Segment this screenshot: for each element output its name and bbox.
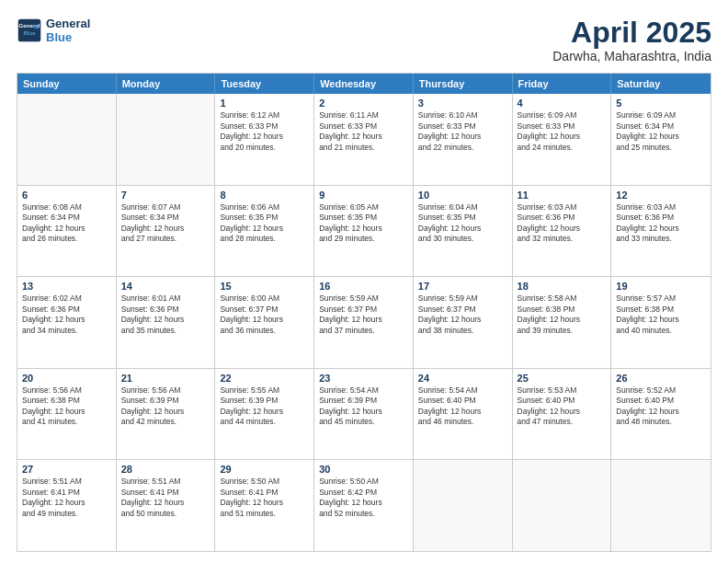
logo-icon: General Blue	[17, 17, 42, 43]
cell-info: Sunrise: 5:50 AMSunset: 6:41 PMDaylight:…	[220, 477, 309, 519]
cell-info: Sunrise: 6:05 AMSunset: 6:35 PMDaylight:…	[319, 202, 408, 245]
day-number: 27	[22, 464, 111, 475]
calendar-cell: 20Sunrise: 5:56 AMSunset: 6:38 PMDayligh…	[17, 369, 117, 460]
day-number: 15	[220, 281, 309, 292]
cell-info: Sunrise: 6:04 AMSunset: 6:35 PMDaylight:…	[418, 202, 507, 245]
cell-info: Sunrise: 5:56 AMSunset: 6:38 PMDaylight:…	[22, 385, 111, 428]
cell-info: Sunrise: 6:03 AMSunset: 6:36 PMDaylight:…	[518, 202, 607, 245]
calendar-cell: 29Sunrise: 5:50 AMSunset: 6:41 PMDayligh…	[215, 460, 314, 551]
day-number: 13	[22, 281, 111, 292]
day-number: 23	[319, 373, 408, 384]
day-number: 21	[121, 373, 210, 384]
day-header-monday: Monday	[117, 74, 216, 94]
cell-info: Sunrise: 6:03 AMSunset: 6:36 PMDaylight:…	[616, 202, 706, 245]
calendar-cell	[611, 460, 711, 551]
cell-info: Sunrise: 6:09 AMSunset: 6:34 PMDaylight:…	[616, 110, 706, 153]
day-number: 7	[121, 190, 210, 201]
cell-info: Sunrise: 5:53 AMSunset: 6:40 PMDaylight:…	[518, 385, 607, 428]
calendar-week-3: 13Sunrise: 6:02 AMSunset: 6:36 PMDayligh…	[17, 277, 711, 369]
day-number: 9	[319, 190, 408, 201]
day-header-sunday: Sunday	[17, 74, 117, 94]
cell-info: Sunrise: 5:50 AMSunset: 6:42 PMDaylight:…	[319, 477, 408, 519]
calendar-cell: 21Sunrise: 5:56 AMSunset: 6:39 PMDayligh…	[117, 369, 216, 460]
cell-info: Sunrise: 6:08 AMSunset: 6:34 PMDaylight:…	[22, 202, 111, 245]
day-number: 24	[418, 373, 507, 384]
day-header-saturday: Saturday	[611, 74, 711, 94]
calendar-cell	[117, 94, 216, 185]
calendar-cell	[513, 460, 612, 551]
calendar-week-2: 6Sunrise: 6:08 AMSunset: 6:34 PMDaylight…	[17, 186, 711, 278]
calendar-cell: 7Sunrise: 6:07 AMSunset: 6:34 PMDaylight…	[117, 186, 216, 277]
day-number: 12	[616, 190, 706, 201]
cell-info: Sunrise: 5:54 AMSunset: 6:40 PMDaylight:…	[418, 385, 507, 428]
cell-info: Sunrise: 6:10 AMSunset: 6:33 PMDaylight:…	[418, 110, 507, 153]
calendar-cell: 4Sunrise: 6:09 AMSunset: 6:33 PMDaylight…	[513, 94, 612, 185]
calendar-cell: 13Sunrise: 6:02 AMSunset: 6:36 PMDayligh…	[17, 277, 117, 368]
day-header-friday: Friday	[513, 74, 612, 94]
cell-info: Sunrise: 6:12 AMSunset: 6:33 PMDaylight:…	[220, 110, 309, 153]
day-number: 14	[121, 281, 210, 292]
calendar-header: SundayMondayTuesdayWednesdayThursdayFrid…	[17, 74, 711, 94]
day-number: 30	[319, 464, 408, 475]
calendar-cell: 9Sunrise: 6:05 AMSunset: 6:35 PMDaylight…	[314, 186, 414, 277]
cell-info: Sunrise: 6:01 AMSunset: 6:36 PMDaylight:…	[121, 293, 210, 336]
calendar-cell: 1Sunrise: 6:12 AMSunset: 6:33 PMDaylight…	[215, 94, 314, 185]
day-header-tuesday: Tuesday	[215, 74, 314, 94]
day-number: 16	[319, 281, 408, 292]
calendar-cell: 25Sunrise: 5:53 AMSunset: 6:40 PMDayligh…	[513, 369, 612, 460]
day-number: 17	[418, 281, 507, 292]
calendar-cell: 27Sunrise: 5:51 AMSunset: 6:41 PMDayligh…	[17, 460, 117, 551]
cell-info: Sunrise: 5:54 AMSunset: 6:39 PMDaylight:…	[319, 385, 408, 428]
header: General Blue General Blue April 2025 Dar…	[17, 17, 711, 63]
day-number: 11	[518, 190, 607, 201]
calendar-cell: 14Sunrise: 6:01 AMSunset: 6:36 PMDayligh…	[117, 277, 216, 368]
calendar-cell: 30Sunrise: 5:50 AMSunset: 6:42 PMDayligh…	[314, 460, 414, 551]
cell-info: Sunrise: 6:09 AMSunset: 6:33 PMDaylight:…	[518, 110, 607, 153]
cell-info: Sunrise: 6:02 AMSunset: 6:36 PMDaylight:…	[22, 293, 111, 336]
svg-text:Blue: Blue	[23, 29, 36, 36]
calendar-cell: 22Sunrise: 5:55 AMSunset: 6:39 PMDayligh…	[215, 369, 314, 460]
calendar-cell: 28Sunrise: 5:51 AMSunset: 6:41 PMDayligh…	[117, 460, 216, 551]
calendar-cell: 18Sunrise: 5:58 AMSunset: 6:38 PMDayligh…	[513, 277, 612, 368]
day-number: 4	[518, 98, 607, 109]
logo: General Blue General Blue	[17, 17, 90, 44]
day-number: 18	[518, 281, 607, 292]
calendar-cell: 5Sunrise: 6:09 AMSunset: 6:34 PMDaylight…	[611, 94, 711, 185]
day-number: 6	[22, 190, 111, 201]
day-number: 28	[121, 464, 210, 475]
calendar-cell: 24Sunrise: 5:54 AMSunset: 6:40 PMDayligh…	[414, 369, 513, 460]
calendar-week-1: 1Sunrise: 6:12 AMSunset: 6:33 PMDaylight…	[17, 94, 711, 186]
cell-info: Sunrise: 5:55 AMSunset: 6:39 PMDaylight:…	[220, 385, 309, 428]
calendar-week-4: 20Sunrise: 5:56 AMSunset: 6:38 PMDayligh…	[17, 369, 711, 461]
calendar-cell: 23Sunrise: 5:54 AMSunset: 6:39 PMDayligh…	[314, 369, 414, 460]
cell-info: Sunrise: 5:58 AMSunset: 6:38 PMDaylight:…	[518, 293, 607, 336]
calendar-cell: 26Sunrise: 5:52 AMSunset: 6:40 PMDayligh…	[611, 369, 711, 460]
calendar-cell: 10Sunrise: 6:04 AMSunset: 6:35 PMDayligh…	[414, 186, 513, 277]
calendar-cell: 17Sunrise: 5:59 AMSunset: 6:37 PMDayligh…	[414, 277, 513, 368]
calendar-cell: 12Sunrise: 6:03 AMSunset: 6:36 PMDayligh…	[611, 186, 711, 277]
calendar-cell	[414, 460, 513, 551]
day-number: 26	[616, 373, 706, 384]
title-block: April 2025 Darwha, Maharashtra, India	[552, 17, 711, 63]
calendar-cell: 11Sunrise: 6:03 AMSunset: 6:36 PMDayligh…	[513, 186, 612, 277]
calendar-cell: 2Sunrise: 6:11 AMSunset: 6:33 PMDaylight…	[314, 94, 414, 185]
month-title: April 2025	[552, 17, 711, 49]
day-number: 29	[220, 464, 309, 475]
logo-text: General Blue	[46, 17, 90, 44]
calendar-body: 1Sunrise: 6:12 AMSunset: 6:33 PMDaylight…	[17, 94, 711, 551]
day-number: 22	[220, 373, 309, 384]
calendar-cell	[17, 94, 117, 185]
day-number: 1	[220, 98, 309, 109]
day-number: 20	[22, 373, 111, 384]
day-number: 25	[518, 373, 607, 384]
calendar-cell: 8Sunrise: 6:06 AMSunset: 6:35 PMDaylight…	[215, 186, 314, 277]
day-number: 3	[418, 98, 507, 109]
calendar: SundayMondayTuesdayWednesdayThursdayFrid…	[17, 73, 711, 552]
calendar-cell: 6Sunrise: 6:08 AMSunset: 6:34 PMDaylight…	[17, 186, 117, 277]
day-number: 10	[418, 190, 507, 201]
calendar-cell: 15Sunrise: 6:00 AMSunset: 6:37 PMDayligh…	[215, 277, 314, 368]
cell-info: Sunrise: 5:57 AMSunset: 6:38 PMDaylight:…	[616, 293, 706, 336]
day-header-wednesday: Wednesday	[314, 74, 414, 94]
day-header-thursday: Thursday	[414, 74, 513, 94]
calendar-cell: 3Sunrise: 6:10 AMSunset: 6:33 PMDaylight…	[414, 94, 513, 185]
